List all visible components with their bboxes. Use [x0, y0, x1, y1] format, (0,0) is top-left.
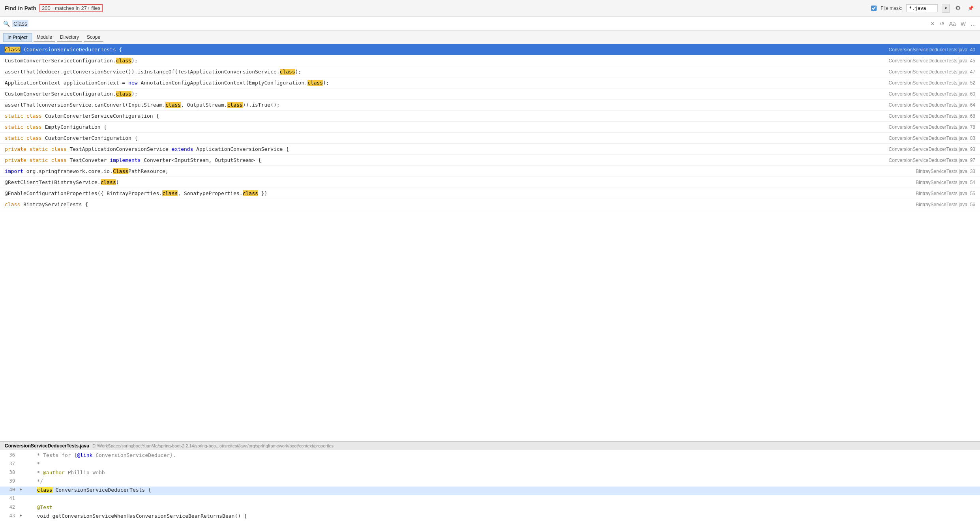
file-ref: ConversionServiceDeducerTests.java 93: [889, 147, 975, 152]
highlight-class: class: [307, 80, 323, 86]
result-content: CustomConverterServiceConfiguration.clas…: [5, 58, 881, 64]
result-content: class BintrayServiceTests {: [5, 201, 908, 207]
highlight-class: Class: [113, 168, 128, 174]
table-row[interactable]: @EnableConfigurationProperties({ Bintray…: [0, 188, 980, 199]
header-left: Find in Path 200+ matches in 27+ files: [5, 4, 103, 12]
file-ref: ConversionServiceDeducerTests.java 64: [889, 102, 975, 108]
file-ref: ConversionServiceDeducerTests.java 83: [889, 135, 975, 141]
list-item: 41: [0, 495, 980, 504]
list-item: 36 * Tests for {@link ConversionServiceD…: [0, 452, 980, 460]
list-item: 40 ▶ class ConversionServiceDeducerTests…: [0, 487, 980, 495]
result-content: import org.springframework.core.io.Class…: [5, 168, 908, 174]
case-sensitive-btn[interactable]: Aa: [948, 20, 957, 28]
preview-content: 36 * Tests for {@link ConversionServiceD…: [0, 450, 980, 525]
refresh-btn[interactable]: ↺: [939, 20, 945, 28]
list-item: 37 *: [0, 460, 980, 469]
highlight-class2: class: [227, 102, 243, 108]
header-right: File mask: ▾ ⚙ 📌: [871, 4, 975, 13]
table-row[interactable]: private static class TestConveter implem…: [0, 155, 980, 166]
result-content: static class CustomConverterServiceConfi…: [5, 113, 881, 119]
tabs-bar: In Project Module Directory Scope: [0, 31, 980, 44]
file-ref: ConversionServiceDeducerTests.java 45: [889, 58, 975, 64]
tab-scope[interactable]: Scope: [84, 33, 103, 41]
result-content: assertThat(conversionService.canConvert(…: [5, 102, 881, 108]
table-row[interactable]: ApplicationContext applicationContext = …: [0, 77, 980, 88]
preview-area: ConversionServiceDeducerTests.java D:/Wo…: [0, 441, 980, 528]
result-content: private static class TestConveter implem…: [5, 157, 881, 163]
list-item: 43 ▶ void getConversionServiceWhenHasCon…: [0, 513, 980, 521]
file-mask-input[interactable]: [906, 4, 938, 12]
table-row[interactable]: @RestClientTest(BintrayService.class) Bi…: [0, 177, 980, 188]
results-area: class (ConversionServiceDeducerTests { C…: [0, 44, 980, 528]
file-ref: ConversionServiceDeducerTests.java 68: [889, 113, 975, 119]
list-item: 38 * @author Phillip Webb: [0, 469, 980, 478]
close-search-btn[interactable]: ✕: [929, 20, 936, 28]
file-ref: ConversionServiceDeducerTests.java 52: [889, 80, 975, 86]
result-content: @RestClientTest(BintrayService.class): [5, 179, 908, 185]
file-ref: ConversionServiceDeducerTests.java 78: [889, 124, 975, 130]
file-mask-label: File mask:: [881, 6, 902, 11]
preview-header: ConversionServiceDeducerTests.java D:/Wo…: [0, 442, 980, 450]
match-count: 200+ matches in 27+ files: [39, 4, 103, 12]
highlight-class: class: [116, 91, 131, 97]
search-actions: ✕ ↺ Aa W …: [929, 20, 977, 28]
file-ref: BintrayServiceTests.java 33: [916, 169, 975, 174]
search-term: Class: [12, 20, 28, 27]
table-row[interactable]: CustomConverterServiceConfiguration.clas…: [0, 88, 980, 100]
result-content: private static class TestApplicationConv…: [5, 146, 881, 152]
table-row[interactable]: assertThat(conversionService.canConvert(…: [0, 100, 980, 111]
highlight-class: class: [5, 47, 20, 53]
result-content: ApplicationContext applicationContext = …: [5, 80, 881, 86]
preview-filepath: D:/WorkSpace/springbootYuanMa/spring-boo…: [92, 443, 334, 448]
list-item: 39 */: [0, 478, 980, 487]
table-row[interactable]: assertThat(deducer.getConversionService(…: [0, 66, 980, 77]
table-row[interactable]: static class CustomConverterConfiguratio…: [0, 133, 980, 144]
file-ref: BintrayServiceTests.java 56: [916, 202, 975, 207]
filter-icon[interactable]: ⚙: [954, 4, 962, 13]
results-list: class (ConversionServiceDeducerTests { C…: [0, 44, 980, 441]
file-ref: ConversionServiceDeducerTests.java 40: [889, 47, 975, 53]
preview-filename: ConversionServiceDeducerTests.java: [5, 443, 89, 449]
highlight-class: class: [101, 179, 116, 185]
search-icon-btn[interactable]: 🔍: [3, 21, 10, 27]
pin-icon[interactable]: 📌: [966, 5, 975, 12]
result-content: assertThat(deducer.getConversionService(…: [5, 69, 881, 75]
result-content: @EnableConfigurationProperties({ Bintray…: [5, 190, 908, 196]
search-input-area: Class: [12, 20, 927, 27]
file-ref: ConversionServiceDeducerTests.java 47: [889, 69, 975, 75]
whole-word-btn[interactable]: W: [960, 20, 967, 28]
result-content: class (ConversionServiceDeducerTests {: [5, 47, 881, 53]
table-row[interactable]: static class CustomConverterServiceConfi…: [0, 111, 980, 122]
tab-module[interactable]: Module: [34, 33, 55, 41]
tab-in-project[interactable]: In Project: [3, 33, 32, 42]
file-ref: BintrayServiceTests.java 55: [916, 191, 975, 196]
panel-title: Find in Path: [5, 5, 36, 11]
file-ref: ConversionServiceDeducerTests.java 60: [889, 91, 975, 97]
list-item: 42 @Test: [0, 504, 980, 513]
table-row[interactable]: static class EmptyConfiguration { Conver…: [0, 122, 980, 133]
file-ref: BintrayServiceTests.java 54: [916, 180, 975, 185]
result-content: static class EmptyConfiguration {: [5, 124, 881, 130]
highlight-class: class: [162, 190, 178, 196]
result-content: CustomConverterServiceConfiguration.clas…: [5, 91, 881, 97]
file-mask-checkbox[interactable]: [871, 6, 877, 11]
file-mask-dropdown[interactable]: ▾: [942, 4, 950, 13]
file-ref: ConversionServiceDeducerTests.java 97: [889, 158, 975, 163]
highlight-class: class: [116, 58, 131, 64]
search-bar: 🔍 Class ✕ ↺ Aa W …: [0, 17, 980, 31]
table-row[interactable]: import org.springframework.core.io.Class…: [0, 166, 980, 177]
table-row[interactable]: private static class TestApplicationConv…: [0, 144, 980, 155]
highlight-class: class: [280, 69, 295, 75]
highlight-class2: class: [243, 190, 258, 196]
table-row[interactable]: class (ConversionServiceDeducerTests { C…: [0, 44, 980, 55]
tab-directory[interactable]: Directory: [57, 33, 82, 41]
table-row[interactable]: class BintrayServiceTests { BintrayServi…: [0, 199, 980, 210]
result-content: static class CustomConverterConfiguratio…: [5, 135, 881, 141]
more-options-btn[interactable]: …: [970, 20, 977, 28]
table-row[interactable]: CustomConverterServiceConfiguration.clas…: [0, 55, 980, 66]
highlight-class: class: [165, 102, 181, 108]
